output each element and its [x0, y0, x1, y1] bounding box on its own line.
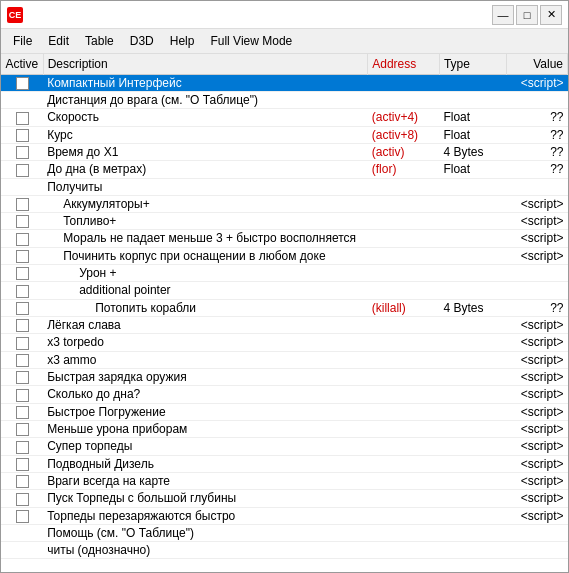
table-row[interactable]: Меньше урона приборам<script>: [1, 420, 568, 437]
active-checkbox[interactable]: [16, 146, 29, 159]
cell-value: <script>: [506, 334, 567, 351]
menu-fullviewmode[interactable]: Full View Mode: [202, 31, 300, 51]
table-row[interactable]: Починить корпус при оснащении в любом до…: [1, 247, 568, 264]
cell-active: [1, 126, 43, 143]
cell-value: <script>: [506, 230, 567, 247]
active-checkbox[interactable]: [16, 112, 29, 125]
minimize-button[interactable]: —: [492, 5, 514, 25]
table-row[interactable]: Пуск Торпеды с большой глубины<script>: [1, 490, 568, 507]
active-checkbox[interactable]: [16, 423, 29, 436]
cheat-table[interactable]: Active Description Address Type Value Ко…: [1, 54, 568, 572]
cell-value: ??: [506, 109, 567, 126]
cell-address: [368, 351, 440, 368]
table-row[interactable]: Торпеды перезаряжаются быстро<script>: [1, 507, 568, 524]
cell-type: [439, 403, 506, 420]
table-row[interactable]: Скорость(activ+4)Float??: [1, 109, 568, 126]
table-row[interactable]: Помощь (см. "О Таблице"): [1, 524, 568, 541]
cell-value: <script>: [506, 455, 567, 472]
cell-active: [1, 109, 43, 126]
table-row[interactable]: Урон +: [1, 264, 568, 281]
active-checkbox[interactable]: [16, 371, 29, 384]
cell-description: Урон +: [43, 264, 368, 281]
active-checkbox[interactable]: [16, 250, 29, 263]
cell-address: [368, 75, 440, 92]
table-row[interactable]: Быстрое Погружение<script>: [1, 403, 568, 420]
active-checkbox[interactable]: [16, 510, 29, 523]
active-checkbox[interactable]: [16, 354, 29, 367]
cell-value: <script>: [506, 75, 567, 92]
table-row[interactable]: Дистанция до врага (см. "О Таблице"): [1, 92, 568, 109]
cell-value: <script>: [506, 247, 567, 264]
active-checkbox[interactable]: [16, 164, 29, 177]
cell-value: <script>: [506, 403, 567, 420]
active-checkbox[interactable]: [16, 475, 29, 488]
active-checkbox[interactable]: [16, 441, 29, 454]
menu-help[interactable]: Help: [162, 31, 203, 51]
menu-edit[interactable]: Edit: [40, 31, 77, 51]
active-checkbox[interactable]: [16, 285, 29, 298]
cell-description: Торпеды перезаряжаются быстро: [43, 507, 368, 524]
cell-value: [506, 282, 567, 299]
menu-file[interactable]: File: [5, 31, 40, 51]
active-checkbox[interactable]: [16, 337, 29, 350]
table-row[interactable]: Время до X1(activ)4 Bytes??: [1, 143, 568, 160]
active-checkbox[interactable]: [16, 389, 29, 402]
cell-address: [368, 524, 440, 541]
cell-description: Топливо+: [43, 212, 368, 229]
active-checkbox[interactable]: [16, 406, 29, 419]
menu-table[interactable]: Table: [77, 31, 122, 51]
cell-type: [439, 524, 506, 541]
table-row[interactable]: Получиты: [1, 178, 568, 195]
cell-active: [1, 230, 43, 247]
cell-type: [439, 455, 506, 472]
close-button[interactable]: ✕: [540, 5, 562, 25]
cell-description: Курс: [43, 126, 368, 143]
cell-address: [368, 334, 440, 351]
header-value: Value: [506, 54, 567, 75]
cell-active: [1, 438, 43, 455]
table-row[interactable]: До дна (в метрах)(flor)Float??: [1, 161, 568, 178]
table-row[interactable]: Аккумуляторы+<script>: [1, 195, 568, 212]
active-checkbox[interactable]: [16, 233, 29, 246]
cell-address: [368, 541, 440, 558]
cell-description: x3 torpedo: [43, 334, 368, 351]
cell-value: [506, 264, 567, 281]
table-row[interactable]: additional pointer: [1, 282, 568, 299]
table-row[interactable]: Курс(activ+8)Float??: [1, 126, 568, 143]
table-row[interactable]: Враги всегда на карте<script>: [1, 472, 568, 489]
table-row[interactable]: x3 torpedo<script>: [1, 334, 568, 351]
maximize-button[interactable]: □: [516, 5, 538, 25]
table-row[interactable]: Лёгкая слава<script>: [1, 316, 568, 333]
table-row[interactable]: читы (однозначно): [1, 541, 568, 558]
active-checkbox[interactable]: [16, 493, 29, 506]
table-row[interactable]: Быстрая зарядка оружия<script>: [1, 368, 568, 385]
active-checkbox[interactable]: [16, 458, 29, 471]
cell-description: Аккумуляторы+: [43, 195, 368, 212]
cell-address: [368, 438, 440, 455]
cell-description: читы (однозначно): [43, 541, 368, 558]
active-checkbox[interactable]: [16, 77, 29, 90]
table-row[interactable]: Мораль не падает меньше 3 + быстро воспо…: [1, 230, 568, 247]
table-row[interactable]: Потопить корабли(killall)4 Bytes??: [1, 299, 568, 316]
active-checkbox[interactable]: [16, 302, 29, 315]
active-checkbox[interactable]: [16, 319, 29, 332]
cell-active: [1, 541, 43, 558]
cell-description: Пуск Торпеды с большой глубины: [43, 490, 368, 507]
menu-d3d[interactable]: D3D: [122, 31, 162, 51]
active-checkbox[interactable]: [16, 129, 29, 142]
cell-description: Меньше урона приборам: [43, 420, 368, 437]
table-row[interactable]: Сколько до дна?<script>: [1, 386, 568, 403]
table-row[interactable]: x3 ammo<script>: [1, 351, 568, 368]
table-row[interactable]: Компактный Интерфейс<script>: [1, 75, 568, 92]
active-checkbox[interactable]: [16, 215, 29, 228]
active-checkbox[interactable]: [16, 198, 29, 211]
table-row[interactable]: Супер торпеды<script>: [1, 438, 568, 455]
table-row[interactable]: Топливо+<script>: [1, 212, 568, 229]
cell-type: Float: [439, 161, 506, 178]
cell-type: [439, 264, 506, 281]
cell-address: [368, 420, 440, 437]
active-checkbox[interactable]: [16, 267, 29, 280]
cell-type: [439, 178, 506, 195]
table-row[interactable]: Подводный Дизель<script>: [1, 455, 568, 472]
cell-value: [506, 92, 567, 109]
